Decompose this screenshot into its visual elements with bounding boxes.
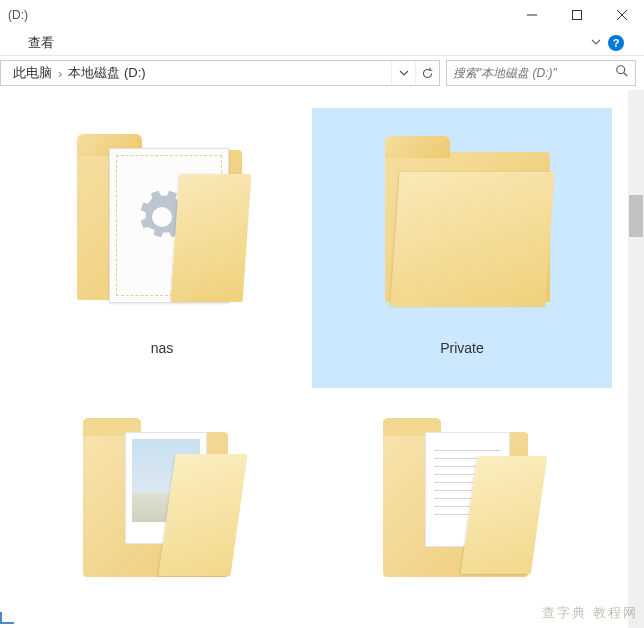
svg-rect-1 (572, 11, 581, 20)
window-title: (D:) (8, 8, 509, 22)
svg-point-4 (617, 66, 625, 74)
folder-item-private[interactable]: Private (312, 108, 612, 388)
folder-item-nas[interactable]: nas (12, 108, 312, 388)
help-icon[interactable]: ? (608, 35, 624, 51)
titlebar: (D:) (0, 0, 644, 30)
ribbon-collapse-icon[interactable] (590, 34, 602, 52)
search-input[interactable] (453, 66, 615, 80)
content-area: nas Private (0, 90, 644, 628)
folder-label: Private (440, 340, 484, 356)
folder-icon (357, 402, 567, 560)
scrollbar[interactable] (628, 90, 644, 628)
history-dropdown-icon[interactable] (391, 61, 415, 85)
breadcrumb-seg-0[interactable]: 此电脑 (9, 64, 56, 82)
svg-line-5 (624, 73, 628, 77)
watermark: 查字典 教程网 (542, 604, 638, 622)
maximize-button[interactable] (554, 0, 599, 30)
folder-icon (57, 402, 267, 560)
folder-label: nas (151, 340, 174, 356)
folder-icon (357, 122, 567, 332)
search-box[interactable] (446, 60, 636, 86)
minimize-button[interactable] (509, 0, 554, 30)
search-icon[interactable] (615, 64, 629, 82)
folder-icon (57, 122, 267, 332)
ribbon-tabs: 查看 ? (0, 30, 644, 56)
breadcrumb-separator-icon[interactable]: › (56, 66, 64, 81)
folder-item[interactable] (312, 388, 612, 568)
folder-item[interactable] (12, 388, 312, 568)
window-controls (509, 0, 644, 30)
address-row: 此电脑 › 本地磁盘 (D:) (0, 56, 644, 90)
breadcrumb-seg-1[interactable]: 本地磁盘 (D:) (64, 64, 149, 82)
refresh-icon[interactable] (415, 61, 439, 85)
scrollbar-thumb[interactable] (629, 195, 643, 237)
folder-grid: nas Private (12, 108, 632, 568)
close-button[interactable] (599, 0, 644, 30)
address-bar[interactable]: 此电脑 › 本地磁盘 (D:) (0, 60, 440, 86)
selection-corner-icon (0, 612, 14, 624)
view-tab[interactable]: 查看 (20, 32, 62, 54)
